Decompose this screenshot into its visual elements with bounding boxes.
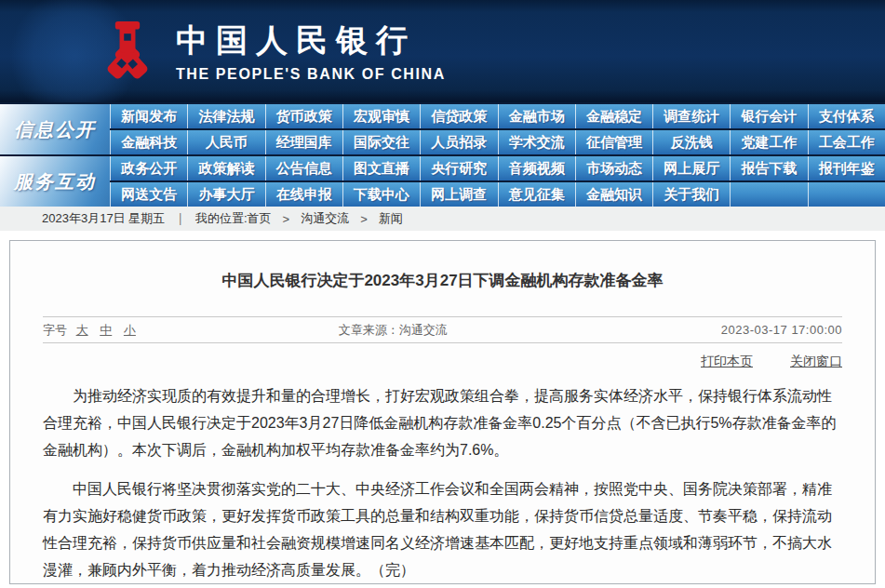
nav-item[interactable]: 党建工作 — [730, 130, 807, 154]
article-meta-bar: 字号 大 中 小 文章来源：沟通交流 2023-03-17 17:00:00 — [43, 316, 842, 343]
nav-item[interactable]: 公告信息 — [265, 156, 342, 180]
current-date: 2023年3月17日 星期五 — [42, 210, 165, 227]
site-title-chinese: 中国人民银行 — [176, 20, 446, 62]
nav-item[interactable]: 工会工作 — [808, 130, 885, 154]
font-size-medium-button[interactable]: 中 — [100, 323, 112, 337]
breadcrumb-link-communication[interactable]: 沟通交流 — [301, 210, 349, 227]
nav-item[interactable]: 关于我们 — [652, 182, 730, 207]
nav-item[interactable]: 宏观审慎 — [342, 104, 420, 128]
article-datetime: 2023-03-17 17:00:00 — [721, 323, 842, 337]
breadcrumb-arrow: > — [283, 212, 290, 226]
nav-item[interactable]: 意见征集 — [498, 182, 575, 207]
article-paragraph: 为推动经济实现质的有效提升和量的合理增长，打好宏观政策组合拳，提高服务实体经济水… — [43, 382, 842, 463]
article-source: 文章来源：沟通交流 — [339, 322, 448, 339]
article-body: 为推动经济实现质的有效提升和量的合理增长，打好宏观政策组合拳，提高服务实体经济水… — [43, 382, 842, 583]
article-actions: 打印本页 关闭窗口 — [43, 354, 842, 370]
nav-item[interactable]: 货币政策 — [265, 104, 342, 128]
nav-item[interactable]: 图文直播 — [342, 156, 420, 180]
nav-item[interactable]: 反洗钱 — [652, 130, 730, 154]
nav-item[interactable]: 办事大厅 — [187, 182, 264, 207]
close-window-link[interactable]: 关闭窗口 — [790, 354, 842, 370]
nav-item[interactable]: 人员招录 — [420, 130, 497, 154]
pbc-coin-emblem-icon[interactable] — [96, 21, 159, 81]
location-label: 我的位置: — [195, 210, 248, 227]
nav-item[interactable]: 政策解读 — [187, 156, 264, 180]
nav-item[interactable]: 网上展厅 — [652, 156, 730, 180]
nav-item[interactable]: 新闻发布 — [110, 104, 187, 128]
nav-item[interactable]: 下载中心 — [342, 182, 420, 207]
nav-item[interactable]: 金融科技 — [110, 130, 187, 154]
brand-block: 中国人民银行 THE PEOPLE'S BANK OF CHINA — [176, 20, 446, 83]
article-container: 中国人民银行决定于2023年3月27日下调金融机构存款准备金率 字号 大 中 小… — [9, 240, 876, 584]
nav-item[interactable]: 学术交流 — [498, 130, 575, 154]
nav-section-info-disclosure[interactable]: 信息公开 — [0, 104, 110, 154]
nav-item[interactable]: 金融稳定 — [575, 104, 652, 128]
nav-cell-empty — [730, 182, 807, 207]
print-page-link[interactable]: 打印本页 — [701, 354, 753, 370]
nav-item[interactable]: 报告下载 — [730, 156, 807, 180]
nav-item[interactable]: 信贷政策 — [420, 104, 497, 128]
main-navigation: 信息公开 服务互动 新闻发布法律法规货币政策宏观审慎信贷政策金融市场金融稳定调查… — [0, 102, 885, 207]
nav-item[interactable]: 央行研究 — [420, 156, 497, 180]
font-size-label: 字号 — [43, 323, 67, 337]
nav-item[interactable]: 报刊年鉴 — [808, 156, 885, 180]
nav-section-service-interaction[interactable]: 服务互动 — [0, 156, 110, 207]
breadcrumb-link-news[interactable]: 新闻 — [379, 210, 403, 227]
breadcrumb-separator: ｜ — [174, 210, 186, 227]
breadcrumb-home-link[interactable]: 首页 — [248, 210, 272, 227]
nav-item[interactable]: 政务公开 — [110, 156, 187, 180]
site-title-english: THE PEOPLE'S BANK OF CHINA — [176, 66, 446, 83]
font-size-control: 字号 大 中 小 — [43, 322, 144, 339]
article-title: 中国人民银行决定于2023年3月27日下调金融机构存款准备金率 — [43, 241, 842, 291]
nav-item[interactable]: 市场动态 — [575, 156, 652, 180]
nav-item[interactable]: 法律法规 — [187, 104, 264, 128]
nav-item[interactable]: 网上调查 — [420, 182, 497, 207]
nav-item[interactable]: 支付体系 — [808, 104, 885, 128]
article-paragraph: 中国人民银行将坚决贯彻落实党的二十大、中央经济工作会议和全国两会精神，按照党中央… — [43, 475, 842, 583]
nav-item[interactable]: 音频视频 — [498, 156, 575, 180]
breadcrumb: 2023年3月17日 星期五 ｜ 我的位置:首页 > 沟通交流 > 新闻 — [0, 207, 885, 231]
nav-item[interactable]: 国际交往 — [342, 130, 420, 154]
site-header: 中国人民银行 THE PEOPLE'S BANK OF CHINA — [0, 0, 885, 102]
nav-cell-empty — [808, 182, 885, 207]
nav-item[interactable]: 经理国库 — [265, 130, 342, 154]
nav-item[interactable]: 银行会计 — [730, 104, 807, 128]
nav-item[interactable]: 网送文告 — [110, 182, 187, 207]
font-size-small-button[interactable]: 小 — [124, 323, 136, 337]
font-size-large-button[interactable]: 大 — [76, 323, 88, 337]
breadcrumb-arrow: > — [360, 212, 368, 226]
nav-item[interactable]: 金融知识 — [575, 182, 652, 207]
nav-item[interactable]: 在线申报 — [265, 182, 342, 207]
nav-item[interactable]: 征信管理 — [575, 130, 652, 154]
nav-item[interactable]: 人民币 — [187, 130, 264, 154]
nav-item[interactable]: 金融市场 — [498, 104, 575, 128]
nav-item[interactable]: 调查统计 — [652, 104, 730, 128]
